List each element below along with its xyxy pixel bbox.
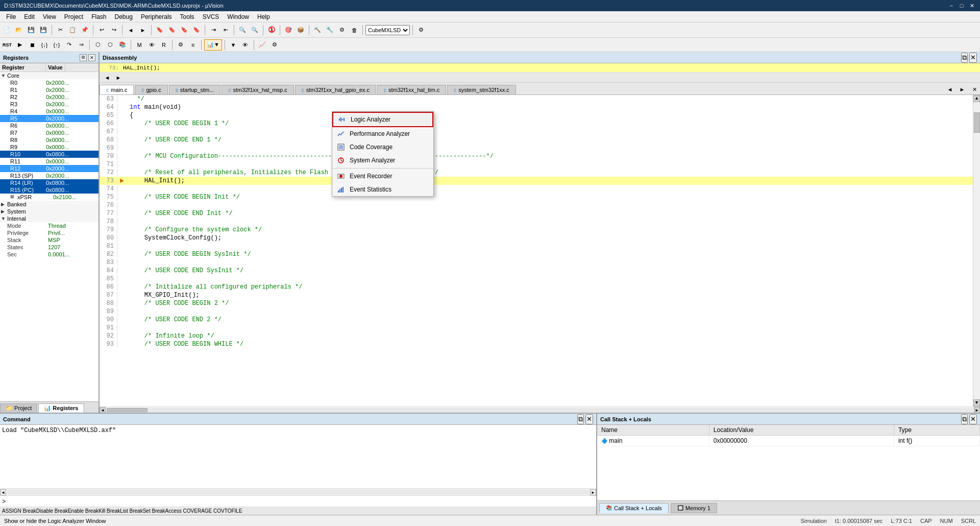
minimize-button[interactable]: − (947, 2, 955, 10)
code-hscroll-track[interactable] (107, 408, 973, 412)
menu-debug[interactable]: Debug (111, 12, 137, 21)
disassembly-float-btn[interactable]: ⧉ (961, 53, 968, 63)
menu-tools[interactable]: Tools (176, 12, 199, 21)
command-input-field[interactable] (8, 498, 594, 505)
cmd-scroll-track[interactable] (8, 490, 589, 494)
tb-step-out[interactable]: {↑} (51, 39, 62, 51)
tb-build[interactable]: 🔨 (312, 25, 323, 36)
dd-event-statistics[interactable]: Event Statistics (332, 183, 433, 196)
tb-watch[interactable]: 👁 (146, 39, 157, 51)
tb-indent[interactable]: ⇥ (208, 25, 219, 36)
tb-bookmark[interactable]: 🔖 (154, 25, 165, 36)
cmd-scroll-right[interactable]: ► (590, 489, 596, 495)
command-close-btn[interactable]: ✕ (585, 414, 593, 424)
panel-close-btn[interactable]: ✕ (88, 54, 95, 61)
file-tab-main[interactable]: c main.c (100, 85, 134, 94)
menu-svcs[interactable]: SVCS (199, 12, 224, 21)
cmd-scroll-left[interactable]: ◄ (0, 489, 6, 495)
tb-redo[interactable]: ↪ (108, 25, 119, 36)
sg-sec[interactable]: Sec0.0001... (7, 251, 99, 258)
tb-save-all[interactable]: 💾 (38, 25, 49, 36)
reg-R4[interactable]: R40x0000... (0, 108, 99, 115)
tb-save[interactable]: 💾 (26, 25, 37, 36)
core-group-header[interactable]: ▼ Core (0, 72, 99, 79)
reg-R8[interactable]: R80x0000... (0, 136, 99, 144)
reg-R0[interactable]: R00x2000... (0, 79, 99, 86)
tb-bookmark-prev[interactable]: 🔖 (166, 25, 178, 36)
file-tab-gpio[interactable]: c gpio.c (135, 85, 167, 94)
tb-stop[interactable]: ⏹ (27, 39, 38, 51)
tb-target-options[interactable]: 🎯 (283, 25, 294, 36)
sg-mode[interactable]: ModeThread (7, 222, 99, 229)
tb-run-to-cursor[interactable]: ⇒ (76, 39, 87, 51)
tb-memory[interactable]: M (134, 39, 145, 51)
sg-states[interactable]: States1207 (7, 244, 99, 251)
reg-R3[interactable]: R30x2000... (0, 101, 99, 108)
dd-perf-analyzer[interactable]: Performance Analyzer (332, 127, 433, 140)
menu-file[interactable]: File (2, 12, 20, 21)
reg-R5[interactable]: R50x2000... (0, 115, 99, 122)
reg-R6[interactable]: R60x0000... (0, 122, 99, 129)
tb-breakpoint-en[interactable]: ⬡ (92, 39, 104, 51)
menu-help[interactable]: Help (253, 12, 274, 21)
code-horizontal-scrollbar[interactable]: ◄ ► (100, 407, 980, 413)
sg-privilege[interactable]: PrivilegePrivil... (7, 229, 99, 236)
maximize-button[interactable]: □ (958, 2, 966, 10)
tb-breakpoints-win[interactable]: ⬡ (105, 39, 116, 51)
sg-stack[interactable]: StackMSP (7, 236, 99, 244)
menu-view[interactable]: View (39, 12, 60, 21)
panel-float-btn[interactable]: ⧉ (80, 54, 87, 61)
file-tabs-nav-right[interactable]: ► (957, 84, 968, 94)
menu-project[interactable]: Project (60, 12, 87, 21)
tb-reset[interactable]: RST (1, 39, 13, 51)
code-scrollbar-up[interactable]: ▲ (973, 95, 980, 102)
internal-group-header[interactable]: ▼ Internal (0, 215, 99, 222)
system-group-header[interactable]: ▶ System (0, 208, 99, 215)
reg-R2[interactable]: R20x2000... (0, 93, 99, 101)
code-hscroll-right[interactable]: ► (974, 407, 980, 413)
tb-setup[interactable]: ⚙ (269, 39, 280, 51)
reg-xPSR[interactable]: ⊞ xPSR0x2100... (0, 194, 99, 201)
tb-step-over[interactable]: ↷ (63, 39, 75, 51)
file-tab-hal-msp[interactable]: c stm32f1xx_hal_msp.c (222, 85, 293, 94)
tb-run[interactable]: ▶ (14, 39, 26, 51)
dd-logic-analyzer[interactable]: Logic Analyzer (332, 112, 433, 127)
tab-project[interactable]: 📁 Project (0, 403, 37, 413)
tb-view[interactable]: 👁 (240, 39, 251, 51)
tb-undo[interactable]: ↩ (96, 25, 107, 36)
reg-R14-LR[interactable]: R14 (LR)0x0800... (0, 179, 99, 186)
tb-rebuild[interactable]: 🔧 (324, 25, 335, 36)
reg-R11[interactable]: R110x0000... (0, 158, 99, 165)
reg-R13-SP[interactable]: R13 (SP)0x2000... (0, 172, 99, 179)
tb-outdent[interactable]: ⇤ (220, 25, 231, 36)
tab-registers[interactable]: 📊 Registers (38, 403, 84, 413)
code-scrollbar-down[interactable]: ▼ (973, 399, 980, 407)
code-hscroll-thumb[interactable] (107, 408, 148, 412)
tb-analysis-btn[interactable]: 📊▼ (204, 39, 222, 51)
menu-window[interactable]: Window (223, 12, 253, 21)
tab-memory-1[interactable]: 🔲 Memory 1 (671, 503, 717, 513)
dd-event-recorder[interactable]: Event Recorder (332, 170, 433, 183)
disasm-nav-left[interactable]: ◄ (102, 73, 113, 82)
dd-system-analyzer[interactable]: System Analyzer (332, 154, 433, 167)
reg-R10[interactable]: R100x0800... (0, 151, 99, 158)
code-vertical-scrollbar[interactable]: ▲ ▼ (973, 95, 980, 407)
tb-btn-badge[interactable]: ① (266, 25, 277, 36)
file-tab-gpio-ex[interactable]: c stm32f1xx_hal_gpio_ex.c (295, 85, 376, 94)
menu-peripherals[interactable]: Peripherals (137, 12, 176, 21)
tb-manage-comp[interactable]: 📦 (295, 25, 306, 36)
menu-edit[interactable]: Edit (20, 12, 39, 21)
file-tabs-close[interactable]: ✕ (969, 84, 980, 94)
command-float-btn[interactable]: ⧉ (577, 414, 584, 424)
reg-R1[interactable]: R10x2000... (0, 86, 99, 93)
tb-batch-build[interactable]: ⚙ (336, 25, 348, 36)
disasm-nav-right[interactable]: ► (113, 73, 124, 82)
tb-settings[interactable]: ⚙ (415, 25, 427, 36)
tb-bookmark-clear[interactable]: 🔖 (191, 25, 202, 36)
command-horizontal-scrollbar[interactable]: ◄ ► (0, 488, 596, 495)
tb-step-in[interactable]: {↓} (39, 39, 50, 51)
tb-bookmark-next[interactable]: 🔖 (179, 25, 190, 36)
close-button[interactable]: ✕ (968, 2, 976, 10)
call-stack-close-btn[interactable]: ✕ (969, 414, 977, 424)
code-scrollbar-thumb[interactable] (974, 112, 980, 133)
